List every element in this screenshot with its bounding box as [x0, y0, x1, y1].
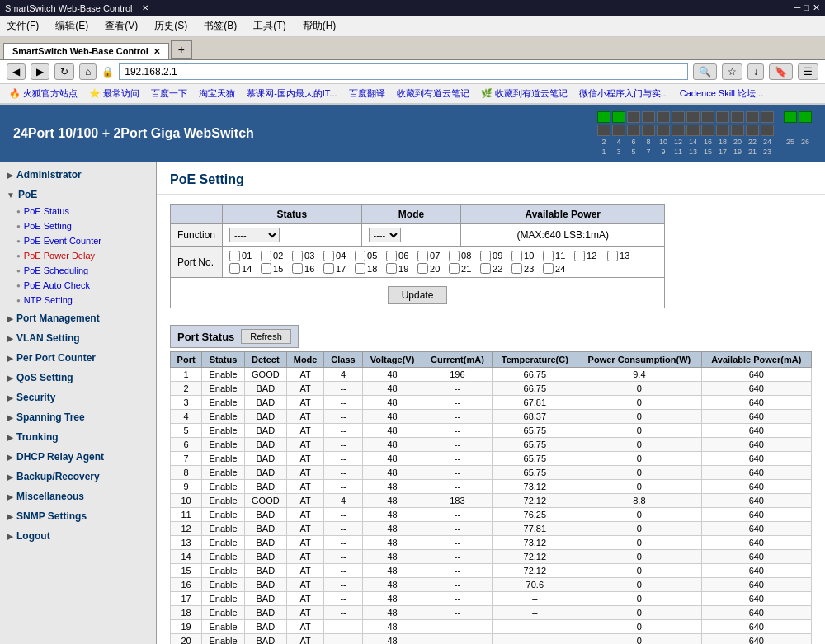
port-09-label[interactable]: 09: [480, 250, 510, 261]
sidebar-title-port-management[interactable]: ▶ Port Management: [0, 309, 156, 327]
port-12-label[interactable]: 12: [574, 250, 604, 261]
download-button[interactable]: ↓: [747, 63, 764, 80]
sidebar-item-poe-power-delay[interactable]: ● PoE Power Delay: [0, 248, 156, 263]
sidebar-item-poe-auto-check[interactable]: ● PoE Auto Check: [0, 278, 156, 293]
port-10-label[interactable]: 10: [512, 250, 541, 261]
port-07-checkbox[interactable]: [417, 251, 428, 261]
port-23-label[interactable]: 23: [512, 263, 541, 274]
port-07-label[interactable]: 07: [417, 250, 447, 261]
sidebar-title-administrator[interactable]: ▶ Administrator: [0, 166, 156, 184]
menu-edit[interactable]: 编辑(E): [52, 17, 92, 35]
port-13-checkbox[interactable]: [607, 251, 618, 261]
bookmark-9[interactable]: Cadence Skill 论坛...: [677, 87, 766, 101]
menu-bookmarks[interactable]: 书签(B): [200, 17, 240, 35]
port-02-checkbox[interactable]: [261, 251, 271, 261]
search-button[interactable]: 🔍: [693, 63, 717, 80]
port-05-checkbox[interactable]: [355, 251, 365, 261]
sidebar-item-ntp-setting[interactable]: ● NTP Setting: [0, 293, 156, 308]
active-tab[interactable]: SmartSwitch Web-Base Control ✕: [3, 43, 169, 59]
port-24-label[interactable]: 24: [543, 263, 573, 274]
port-17-checkbox[interactable]: [323, 263, 334, 274]
minimize-btn[interactable]: ─: [794, 2, 801, 13]
port-01-checkbox[interactable]: [229, 251, 240, 261]
port-15-label[interactable]: 15: [261, 263, 290, 274]
home-button[interactable]: ⌂: [79, 63, 97, 80]
port-05-label[interactable]: 05: [355, 250, 384, 261]
sidebar-item-poe-status[interactable]: ● PoE Status: [0, 204, 156, 219]
port-17-label[interactable]: 17: [323, 263, 353, 274]
menu-help[interactable]: 帮助(H): [299, 17, 340, 35]
port-23-checkbox[interactable]: [512, 263, 522, 274]
port-14-checkbox[interactable]: [229, 263, 240, 274]
back-button[interactable]: ◀: [7, 63, 26, 80]
bookmark-5[interactable]: 百度翻译: [346, 87, 388, 101]
address-input[interactable]: [119, 63, 688, 80]
sidebar-item-poe-scheduling[interactable]: ● PoE Scheduling: [0, 263, 156, 278]
sidebar-title-poe[interactable]: ▼ PoE: [0, 186, 156, 204]
sidebar-title-dhcp-relay[interactable]: ▶ DHCP Relay Agent: [0, 448, 156, 466]
port-22-checkbox[interactable]: [480, 263, 491, 274]
port-21-label[interactable]: 21: [449, 263, 478, 274]
status-select[interactable]: ---- Enable Disable: [229, 228, 280, 242]
port-18-checkbox[interactable]: [355, 263, 365, 274]
port-14-label[interactable]: 14: [229, 263, 259, 274]
bookmark-6[interactable]: 收藏到有道云笔记: [394, 87, 472, 101]
refresh-nav-button[interactable]: ↻: [54, 63, 74, 80]
port-03-label[interactable]: 03: [292, 250, 322, 261]
port-21-checkbox[interactable]: [449, 263, 460, 274]
sidebar-item-poe-event-counter[interactable]: ● PoE Event Counter: [0, 233, 156, 248]
bookmark-1[interactable]: ⭐ 最常访问: [87, 87, 142, 101]
new-tab-button[interactable]: +: [171, 40, 192, 59]
sidebar-title-trunking[interactable]: ▶ Trunking: [0, 428, 156, 446]
port-15-checkbox[interactable]: [261, 263, 271, 274]
bookmark-3[interactable]: 淘宝天猫: [196, 87, 238, 101]
port-18-label[interactable]: 18: [355, 263, 384, 274]
port-13-label[interactable]: 13: [607, 250, 637, 261]
port-16-label[interactable]: 16: [292, 263, 322, 274]
port-04-label[interactable]: 04: [323, 250, 353, 261]
sidebar-title-spanning-tree[interactable]: ▶ Spanning Tree: [0, 408, 156, 426]
port-16-checkbox[interactable]: [292, 263, 303, 274]
sidebar-title-misc[interactable]: ▶ Miscellaneous: [0, 487, 156, 505]
port-11-label[interactable]: 11: [543, 250, 573, 261]
port-04-checkbox[interactable]: [323, 251, 334, 261]
forward-button[interactable]: ▶: [31, 63, 50, 80]
sidebar-title-per-port-counter[interactable]: ▶ Per Port Counter: [0, 349, 156, 367]
sidebar-item-poe-setting[interactable]: ● PoE Setting: [0, 219, 156, 233]
sidebar-title-snmp[interactable]: ▶ SNMP Settings: [0, 507, 156, 525]
menu-history[interactable]: 历史(S): [151, 17, 191, 35]
port-20-label[interactable]: 20: [417, 263, 447, 274]
mode-select[interactable]: ---- AT AF: [369, 228, 401, 242]
port-20-checkbox[interactable]: [417, 263, 428, 274]
sidebar-title-vlan[interactable]: ▶ VLAN Setting: [0, 329, 156, 347]
tab-close-icon[interactable]: ✕: [153, 47, 160, 56]
port-24-checkbox[interactable]: [543, 263, 554, 274]
bookmark-8[interactable]: 微信小程序入门与实...: [577, 87, 671, 101]
menu-tools[interactable]: 工具(T): [250, 17, 289, 35]
port-06-label[interactable]: 06: [386, 250, 416, 261]
port-09-checkbox[interactable]: [480, 251, 491, 261]
bookmark-7[interactable]: 🌿 收藏到有道云笔记: [478, 87, 570, 101]
refresh-button[interactable]: Refresh: [241, 329, 291, 344]
port-08-label[interactable]: 08: [449, 250, 478, 261]
port-12-checkbox[interactable]: [574, 251, 585, 261]
close-btn[interactable]: ✕: [813, 2, 820, 13]
bookmark-0[interactable]: 🔥 火狐官方站点: [7, 87, 80, 101]
sidebar-title-security[interactable]: ▶ Security: [0, 388, 156, 407]
port-11-checkbox[interactable]: [543, 251, 554, 261]
settings-button[interactable]: ☰: [798, 63, 818, 80]
bookmark-2[interactable]: 百度一下: [148, 87, 190, 101]
menu-view[interactable]: 查看(V): [101, 17, 141, 35]
port-03-checkbox[interactable]: [292, 251, 303, 261]
bookmark-4[interactable]: 慕课网-国内最大的IT...: [244, 87, 339, 101]
port-22-label[interactable]: 22: [480, 263, 510, 274]
bookmarks-star[interactable]: 🔖: [769, 63, 793, 80]
sidebar-title-logout[interactable]: ▶ Logout: [0, 527, 156, 545]
port-19-label[interactable]: 19: [386, 263, 416, 274]
sidebar-title-qos[interactable]: ▶ QoS Setting: [0, 369, 156, 387]
maximize-btn[interactable]: □: [804, 2, 809, 13]
port-02-label[interactable]: 02: [261, 250, 290, 261]
star-button[interactable]: ☆: [722, 63, 742, 80]
port-01-label[interactable]: 01: [229, 250, 259, 261]
window-close[interactable]: ✕: [142, 3, 148, 12]
